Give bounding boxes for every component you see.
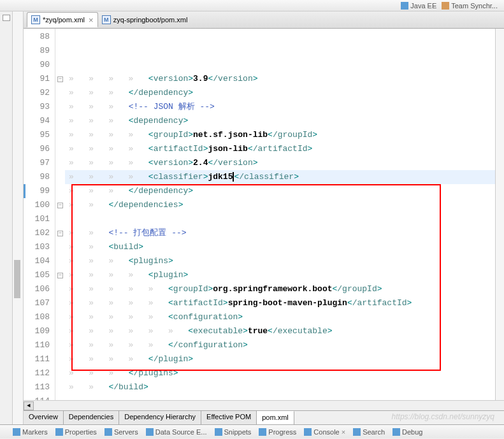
line-number: 96	[24, 142, 50, 156]
line-number: 103	[24, 240, 50, 254]
code-line[interactable]: » » » » <version>2.4</version>	[65, 156, 495, 170]
bottom-tab-overview[interactable]: Overview	[24, 411, 64, 424]
code-line[interactable]	[65, 394, 495, 400]
view-icon	[304, 428, 312, 436]
view-icon	[55, 428, 63, 436]
view-label: Snippets	[224, 428, 252, 436]
fold-gutter[interactable]: −−−−	[55, 29, 65, 400]
perspective-label: Team Synchr...	[451, 2, 498, 10]
code-line[interactable]: » » » » <classifier>jdk15</classifier>	[65, 170, 495, 184]
fold-toggle-icon[interactable]: −	[57, 231, 63, 236]
code-line[interactable]: » » » <!-- JSON 解析 -->	[65, 100, 495, 114]
line-number: 95	[24, 128, 50, 142]
line-number: 108	[24, 310, 50, 324]
code-line[interactable]: » » » <dependency>	[65, 114, 495, 128]
line-number: 110	[24, 338, 50, 352]
code-content[interactable]: » » » » <version>3.9</version>» » » </de…	[65, 29, 495, 400]
scroll-left-icon[interactable]: ◄	[24, 401, 34, 410]
code-line[interactable]: » » » » » » <executable>true</executable…	[65, 324, 495, 338]
bottom-tab-effective-pom[interactable]: Effective POM	[201, 411, 257, 424]
code-line[interactable]: » » » » <plugin>	[65, 268, 495, 282]
view-search[interactable]: Search	[353, 428, 385, 436]
code-line[interactable]: » » </dependencies>	[65, 198, 495, 212]
minimize-icon[interactable]	[3, 15, 10, 21]
line-number: 102	[24, 226, 50, 240]
maven-file-icon: M	[102, 15, 111, 24]
line-number: 105	[24, 268, 50, 282]
view-icon	[104, 428, 112, 436]
maven-file-icon: M	[31, 15, 40, 24]
watermark: https://blog.csdn.net/sunnyzyq	[392, 412, 494, 421]
code-line[interactable]: » » » » » </configuration>	[65, 338, 495, 352]
close-icon[interactable]: ×	[89, 15, 94, 25]
view-markers[interactable]: Markers	[13, 428, 48, 436]
line-number: 100	[24, 198, 50, 212]
tab-springboot-pom[interactable]: M zyq-springboot/pom.xml	[98, 12, 192, 27]
code-line[interactable]: » » » » <version>3.9</version>	[65, 72, 495, 86]
code-line[interactable]: » » <build>	[65, 240, 495, 254]
line-number: 104	[24, 254, 50, 268]
view-label: Progress	[268, 428, 296, 436]
view-label: Properties	[65, 428, 97, 436]
code-line[interactable]: » » » » » <groupId>org.springframework.b…	[65, 282, 495, 296]
fold-toggle-icon[interactable]: −	[57, 203, 63, 208]
tab-label: zyq-springboot/pom.xml	[113, 16, 188, 24]
code-line[interactable]	[65, 212, 495, 226]
perspective-label: Java EE	[410, 2, 436, 10]
view-datasourcee[interactable]: Data Source E...	[146, 428, 207, 436]
line-number: 93	[24, 100, 50, 114]
bottom-tab-dependencies[interactable]: Dependencies	[64, 411, 119, 424]
code-line[interactable]: » » » » » <artifactId>spring-boot-maven-…	[65, 296, 495, 310]
horizontal-scrollbar[interactable]: ◄	[24, 400, 504, 410]
editor-tabs: M *zyq/pom.xml × M zyq-springboot/pom.xm…	[24, 11, 504, 29]
line-number: 92	[24, 86, 50, 100]
code-line[interactable]: » » » » <groupId>net.sf.json-lib</groupI…	[65, 128, 495, 142]
view-label: Console	[313, 428, 339, 436]
change-marker	[24, 184, 25, 198]
view-icon	[146, 428, 154, 436]
views-bar: MarkersPropertiesServersData Source E...…	[0, 424, 504, 438]
line-number: 111	[24, 352, 50, 366]
code-line[interactable]: » » <!-- 打包配置 -->	[65, 226, 495, 240]
code-line[interactable]: » » </build>	[65, 380, 495, 394]
view-properties[interactable]: Properties	[55, 428, 97, 436]
view-icon	[215, 428, 222, 436]
line-number: 114	[24, 394, 50, 400]
view-progress[interactable]: Progress	[259, 428, 296, 436]
fold-toggle-icon[interactable]: −	[57, 273, 63, 278]
view-servers[interactable]: Servers	[104, 428, 138, 436]
perspective-team[interactable]: Team Synchr...	[442, 2, 498, 10]
code-line[interactable]: » » » </dependency>	[65, 86, 495, 100]
code-line[interactable]: » » » » » <configuration>	[65, 310, 495, 324]
editor-panel: M *zyq/pom.xml × M zyq-springboot/pom.xm…	[24, 11, 504, 424]
line-number: 97	[24, 156, 50, 170]
code-line[interactable]: » » » </plugins>	[65, 366, 495, 380]
tab-zyq-pom[interactable]: M *zyq/pom.xml ×	[27, 12, 98, 27]
view-label: Servers	[114, 428, 138, 436]
perspective-javaee[interactable]: Java EE	[401, 2, 436, 10]
code-editor[interactable]: 8889909192939495969798991001011021031041…	[24, 29, 504, 400]
fold-toggle-icon[interactable]: −	[57, 76, 63, 82]
view-icon	[13, 428, 20, 436]
line-number: 112	[24, 366, 50, 380]
bottom-tab-pomxml[interactable]: pom.xml	[257, 411, 294, 424]
left-gutter	[0, 11, 13, 424]
code-line[interactable]: » » » » </plugin>	[65, 352, 495, 366]
view-label: Debug	[402, 428, 422, 436]
code-line[interactable]: » » » </dependency>	[65, 184, 495, 198]
tab-label: *zyq/pom.xml	[43, 16, 85, 24]
line-number: 94	[24, 114, 50, 128]
code-line[interactable]: » » » » <artifactId>json-lib</artifactId…	[65, 142, 495, 156]
line-number: 88	[24, 30, 50, 44]
line-number: 91	[24, 72, 50, 86]
close-icon[interactable]: ×	[342, 428, 345, 436]
view-console[interactable]: Console×	[304, 428, 345, 436]
view-icon	[353, 428, 361, 436]
line-number: 107	[24, 296, 50, 310]
right-ruler	[495, 29, 504, 400]
view-debug[interactable]: Debug	[392, 428, 422, 436]
view-snippets[interactable]: Snippets	[215, 428, 252, 436]
bottom-tab-dependency-hierarchy[interactable]: Dependency Hierarchy	[119, 411, 201, 424]
line-number: 90	[24, 58, 50, 72]
code-line[interactable]: » » » <plugins>	[65, 254, 495, 268]
